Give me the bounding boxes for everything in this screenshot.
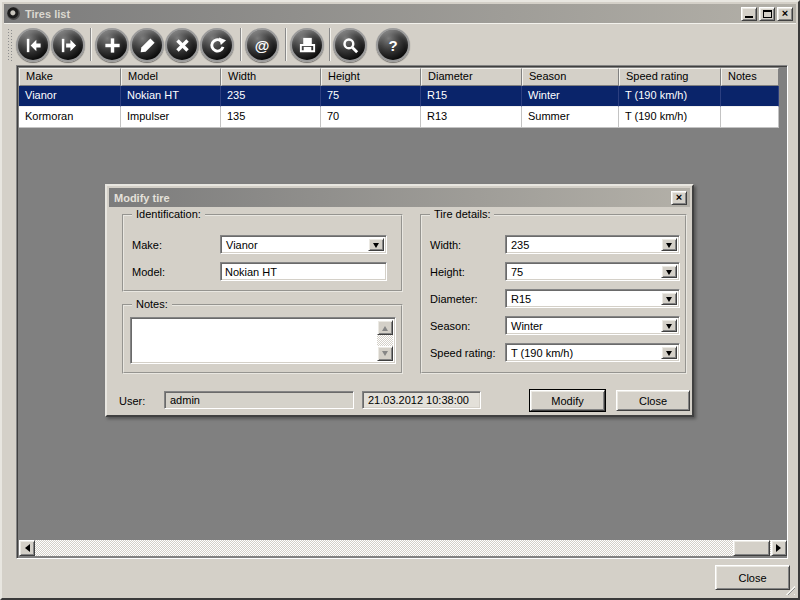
logout-button[interactable]: [51, 28, 85, 62]
maximize-button[interactable]: [759, 7, 775, 21]
cell-speed-rating: T (190 km/h): [619, 107, 721, 128]
cell-width: 235: [221, 86, 321, 107]
notes-textarea[interactable]: [130, 317, 396, 364]
modify-button[interactable]: Modify: [530, 390, 605, 411]
chevron-down-icon: [666, 351, 672, 359]
horizontal-scrollbar[interactable]: [19, 540, 787, 556]
refresh-button[interactable]: [200, 28, 234, 62]
make-label: Make:: [132, 239, 162, 251]
scroll-down-icon: [382, 351, 388, 359]
diameter-label: Diameter:: [430, 293, 478, 305]
minimize-icon: [745, 16, 753, 18]
scroll-left-icon: [21, 544, 30, 552]
make-combobox[interactable]: Vianor: [220, 235, 387, 254]
toolbar-separator: [240, 28, 242, 61]
tires-table: Make Model Width Height Diameter Season …: [19, 68, 779, 128]
cell-speed-rating: T (190 km/h): [619, 86, 721, 107]
chevron-down-icon: [666, 297, 672, 305]
email-button[interactable]: @: [245, 28, 279, 62]
user-label: User:: [119, 395, 145, 407]
column-header-season[interactable]: Season: [522, 68, 619, 86]
season-dropdown-button[interactable]: [661, 319, 677, 332]
table-row[interactable]: Vianor Nokian HT 235 75 R15 Winter T (19…: [19, 86, 779, 107]
timestamp-value: 21.03.2012 10:38:00: [368, 394, 469, 406]
toolbar-separator: [90, 28, 92, 61]
column-header-model[interactable]: Model: [121, 68, 221, 86]
speed-rating-combobox[interactable]: T (190 km/h): [505, 343, 680, 362]
cell-make: Vianor: [19, 86, 121, 107]
cell-height: 70: [321, 107, 421, 128]
column-header-diameter[interactable]: Diameter: [421, 68, 522, 86]
model-input[interactable]: [220, 262, 387, 281]
email-at-icon: @: [255, 37, 270, 54]
notes-scroll-up-button[interactable]: [377, 320, 393, 335]
minimize-button[interactable]: [741, 7, 757, 21]
cell-season: Winter: [522, 86, 619, 107]
column-header-speed-rating[interactable]: Speed rating: [619, 68, 721, 86]
cell-diameter: R13: [421, 107, 522, 128]
help-button[interactable]: ?: [376, 28, 410, 62]
chevron-down-icon: [373, 243, 379, 251]
cell-notes: [721, 86, 779, 107]
scroll-up-icon: [382, 323, 388, 331]
season-combobox[interactable]: Winter: [505, 316, 680, 335]
column-header-notes[interactable]: Notes: [721, 68, 779, 86]
cell-model: Impulser: [121, 107, 221, 128]
season-label: Season:: [430, 320, 470, 332]
dialog-title-bar: Modify tire ×: [109, 188, 690, 207]
user-value: admin: [170, 394, 200, 406]
season-value: Winter: [511, 320, 543, 332]
notes-scroll-down-button[interactable]: [377, 346, 393, 361]
model-label: Model:: [132, 266, 165, 278]
login-button[interactable]: [16, 28, 50, 62]
modify-tire-dialog: Modify tire × Identification: Make: Vian…: [105, 184, 694, 417]
dialog-close-action-button[interactable]: Close: [616, 390, 690, 411]
height-dropdown-button[interactable]: [661, 265, 677, 278]
diameter-dropdown-button[interactable]: [661, 292, 677, 305]
diameter-combobox[interactable]: R15: [505, 289, 680, 308]
identification-legend: Identification:: [132, 208, 205, 220]
height-combobox[interactable]: 75: [505, 262, 680, 281]
column-header-height[interactable]: Height: [321, 68, 421, 86]
cell-make: Kormoran: [19, 107, 121, 128]
make-value: Vianor: [226, 239, 258, 251]
tire-app-icon: [7, 7, 20, 20]
maximize-icon: [763, 10, 772, 18]
chevron-down-icon: [666, 270, 672, 278]
log-out-arrow-icon: [59, 36, 78, 55]
toolbar-grip[interactable]: [8, 29, 13, 61]
width-dropdown-button[interactable]: [661, 238, 677, 251]
close-button[interactable]: ×: [777, 7, 793, 21]
toolbar: @ ?: [4, 23, 796, 64]
print-printer-icon: [298, 36, 317, 55]
table-row[interactable]: Kormoran Impulser 135 70 R13 Summer T (1…: [19, 107, 779, 128]
window-title: Tires list: [25, 8, 739, 20]
user-field: admin: [164, 391, 354, 409]
width-value: 235: [511, 239, 529, 251]
width-combobox[interactable]: 235: [505, 235, 680, 254]
scroll-right-icon: [776, 544, 785, 552]
scroll-right-button[interactable]: [771, 540, 787, 556]
notes-vertical-scrollbar[interactable]: [377, 320, 393, 361]
dialog-close-button[interactable]: ×: [671, 191, 687, 205]
edit-button[interactable]: [130, 28, 164, 62]
column-header-make[interactable]: Make: [19, 68, 121, 86]
toolbar-separator: [285, 28, 287, 61]
app-window: Tires list × @: [0, 0, 800, 600]
search-magnifier-icon: [341, 36, 360, 55]
add-button[interactable]: [95, 28, 129, 62]
cell-notes: [721, 107, 779, 128]
speed-rating-dropdown-button[interactable]: [661, 346, 677, 359]
search-button[interactable]: [333, 28, 367, 62]
edit-pencil-icon: [138, 36, 157, 55]
column-header-width[interactable]: Width: [221, 68, 321, 86]
print-button[interactable]: [290, 28, 324, 62]
main-close-button[interactable]: Close: [715, 565, 790, 590]
cell-model: Nokian HT: [121, 86, 221, 107]
timestamp-field: 21.03.2012 10:38:00: [362, 391, 481, 409]
cell-height: 75: [321, 86, 421, 107]
scroll-left-button[interactable]: [19, 540, 35, 556]
delete-button[interactable]: [165, 28, 199, 62]
horizontal-scrollbar-thumb[interactable]: [733, 540, 770, 556]
make-dropdown-button[interactable]: [368, 238, 384, 251]
